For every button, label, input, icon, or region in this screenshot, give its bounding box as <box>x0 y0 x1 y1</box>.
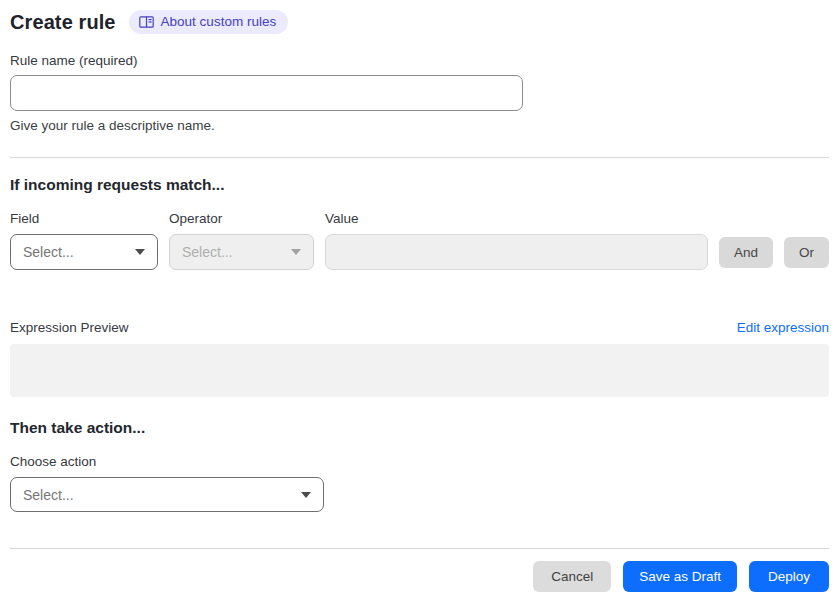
rule-name-helper-text: Give your rule a descriptive name. <box>10 118 829 133</box>
operator-select-placeholder: Select... <box>182 244 233 260</box>
action-section-heading: Then take action... <box>10 419 829 437</box>
field-select[interactable]: Select... <box>10 234 158 270</box>
and-button[interactable]: And <box>719 237 773 268</box>
chevron-down-icon <box>135 249 145 255</box>
about-badge-label: About custom rules <box>161 14 277 29</box>
edit-expression-link[interactable]: Edit expression <box>737 320 829 335</box>
chevron-down-icon <box>291 249 301 255</box>
value-column: Value <box>325 211 708 270</box>
match-section-heading: If incoming requests match... <box>10 176 829 194</box>
operator-select: Select... <box>169 234 314 270</box>
deploy-button[interactable]: Deploy <box>749 561 829 592</box>
value-input <box>325 234 708 270</box>
rule-name-label: Rule name (required) <box>10 53 829 68</box>
chevron-down-icon <box>301 492 311 498</box>
match-condition-row: Field Select... Operator Select... Value… <box>10 211 829 270</box>
choose-action-label: Choose action <box>10 454 829 469</box>
section-divider <box>10 157 829 158</box>
save-as-draft-button[interactable]: Save as Draft <box>623 561 737 592</box>
book-icon <box>139 16 154 28</box>
cancel-button[interactable]: Cancel <box>533 561 611 592</box>
page-title: Create rule <box>10 11 116 34</box>
header: Create rule About custom rules <box>10 10 829 34</box>
footer-divider <box>10 548 829 549</box>
create-rule-form: Create rule About custom rules Rule name… <box>0 0 839 592</box>
or-button[interactable]: Or <box>784 237 829 268</box>
value-label: Value <box>325 211 708 226</box>
operator-label: Operator <box>169 211 314 226</box>
rule-name-input[interactable] <box>10 75 523 111</box>
action-select[interactable]: Select... <box>10 477 324 512</box>
field-column: Field Select... <box>10 211 158 270</box>
expression-preview-row: Expression Preview Edit expression <box>10 320 829 335</box>
operator-column: Operator Select... <box>169 211 314 270</box>
footer-actions: Cancel Save as Draft Deploy <box>10 561 829 592</box>
action-select-placeholder: Select... <box>23 487 74 503</box>
about-custom-rules-badge[interactable]: About custom rules <box>129 10 289 34</box>
and-or-buttons: And Or <box>719 237 829 268</box>
field-label: Field <box>10 211 158 226</box>
field-select-placeholder: Select... <box>23 244 74 260</box>
expression-preview-label: Expression Preview <box>10 320 129 335</box>
expression-preview-box <box>10 344 829 397</box>
